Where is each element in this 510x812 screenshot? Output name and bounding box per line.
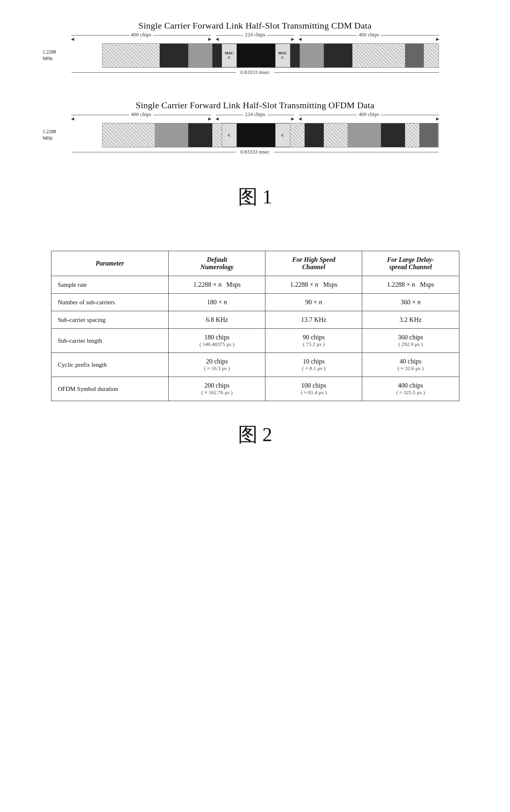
val-spacing-highspeed: 13.7 KHz bbox=[265, 311, 362, 329]
diagram1-title: Single Carrier Forward Link Half-Slot Tr… bbox=[71, 20, 439, 31]
t-right-2 bbox=[274, 152, 439, 152]
param-spacing: Sub-carrier spacing bbox=[51, 311, 169, 329]
val-length-highspeed-sub: ( 73.2 μs ) bbox=[272, 341, 355, 348]
seg-dark-1c bbox=[290, 44, 300, 67]
table-row-samplerate: Sample rate 1.2288 × n Msps 1.2288 × n M… bbox=[51, 276, 459, 294]
fig1-caption: 图 1 bbox=[238, 184, 272, 210]
val-length-default-sub: ( 146.48375 μs ) bbox=[175, 341, 258, 348]
seg-mid-2a bbox=[419, 123, 439, 147]
t-label-2: 0.83333 msec bbox=[236, 149, 274, 155]
ruler-224b: 224 chips bbox=[216, 115, 294, 122]
param-samplerate: Sample rate bbox=[51, 276, 169, 294]
seg-hatch-2b bbox=[212, 123, 222, 147]
seg-mac-1b: MACC bbox=[275, 44, 290, 67]
seg-gray-1b bbox=[300, 44, 324, 67]
ruler-400d: 400 chips bbox=[299, 115, 439, 122]
seg-mac-2b: C bbox=[275, 123, 290, 147]
val-length-highspeed: 90 chips ( 73.2 μs ) bbox=[265, 329, 362, 353]
val-ofdm-largedelay: 400 chips ( ≈ 325.5 μs ) bbox=[362, 377, 459, 401]
signal-bar-2: C C bbox=[102, 123, 439, 147]
seg-mac-2a: C bbox=[222, 123, 237, 147]
mhz-label-2: 1.2288MHz bbox=[43, 129, 56, 141]
val-ofdm-highspeed-sub: ( ≈ 81.4 μs ) bbox=[272, 389, 355, 396]
col-header-largedelay: For Large Delay-spread Channel bbox=[362, 251, 459, 276]
val-samplerate-default: 1.2288 × n Msps bbox=[169, 276, 265, 294]
t-right-1 bbox=[274, 72, 439, 73]
chips-ruler-2: 400 chips 224 chips 400 chips bbox=[71, 115, 439, 122]
t-left-1 bbox=[71, 72, 236, 73]
signal-wrapper-1: 1.2288MHz MACC MACC bbox=[71, 43, 439, 68]
signal-wrapper-2: 1.2288MHz C C bbox=[71, 123, 439, 147]
seg-dark-1d bbox=[324, 44, 352, 67]
val-length-default: 180 chips ( 146.48375 μs ) bbox=[169, 329, 265, 353]
table-row-subcarriers: Number of sub-carriers 180 × n 90 × n 36… bbox=[51, 294, 459, 311]
col-header-default: DefaultNumerology bbox=[169, 251, 265, 276]
fig2-caption: 图 2 bbox=[238, 422, 272, 448]
val-cyclic-default-sub: ( ≈ 16.3 μs ) bbox=[175, 365, 258, 372]
param-ofdm: OFDM Symbol duration bbox=[51, 377, 169, 401]
seg-mac-1a: MACC bbox=[222, 44, 237, 67]
val-samplerate-highspeed: 1.2288 × n Msps bbox=[265, 276, 362, 294]
t-label-1: 0.83333 msec bbox=[236, 69, 274, 76]
table-row-cyclic: Cyclic prefix length 20 chips ( ≈ 16.3 μ… bbox=[51, 353, 459, 377]
seg-hatch-2e bbox=[405, 123, 419, 147]
val-cyclic-default: 20 chips ( ≈ 16.3 μs ) bbox=[169, 353, 265, 377]
diagram2-title: Single Carrier Forward Link Half-Slot Tr… bbox=[71, 100, 439, 111]
val-subcarriers-largedelay: 360 × n bbox=[362, 294, 459, 311]
val-ofdm-default-sub: ( ≈ 162.76 μs ) bbox=[175, 389, 258, 396]
val-subcarriers-highspeed: 90 × n bbox=[265, 294, 362, 311]
table-row-spacing: Sub-carrier spacing 6.8 KHz 13.7 KHz 3.2… bbox=[51, 311, 459, 329]
diagram2-container: Single Carrier Forward Link Half-Slot Tr… bbox=[71, 100, 439, 155]
col-header-param: Parameter bbox=[51, 251, 169, 276]
val-cyclic-highspeed: 10 chips ( ≈ 8.1 μs ) bbox=[265, 353, 362, 377]
seg-hatch-1c bbox=[424, 44, 438, 67]
ruler-224a: 224 chips bbox=[216, 35, 294, 42]
table-section: Parameter DefaultNumerology For High Spe… bbox=[24, 251, 486, 456]
seg-gray-1a bbox=[188, 44, 212, 67]
mhz-label-1: 1.2288MHz bbox=[43, 49, 56, 62]
val-spacing-largedelay: 3.2 KHz bbox=[362, 311, 459, 329]
seg-dark-2c bbox=[381, 123, 405, 147]
seg-hatch-1a bbox=[102, 44, 160, 67]
param-subcarriers: Number of sub-carriers bbox=[51, 294, 169, 311]
table-row-length: Sub-carrier length 180 chips ( 146.48375… bbox=[51, 329, 459, 353]
col-header-highspeed: For High SpeedChannel bbox=[265, 251, 362, 276]
diagram1-container: Single Carrier Forward Link Half-Slot Tr… bbox=[71, 20, 439, 76]
seg-black-2a bbox=[237, 123, 275, 147]
seg-mid-1a bbox=[405, 44, 424, 67]
seg-hatch-2d bbox=[324, 123, 348, 147]
seg-gray-2a bbox=[155, 123, 188, 147]
seg-dark-2b bbox=[305, 123, 324, 147]
param-length: Sub-carrier length bbox=[51, 329, 169, 353]
val-cyclic-highspeed-sub: ( ≈ 8.1 μs ) bbox=[272, 365, 355, 372]
seg-dark-1a bbox=[160, 44, 188, 67]
val-length-largedelay: 360 chips ( 292.9 μs ) bbox=[362, 329, 459, 353]
seg-hatch-2c bbox=[290, 123, 305, 147]
val-samplerate-largedelay: 1.2288 × n Msps bbox=[362, 276, 459, 294]
val-ofdm-largedelay-sub: ( ≈ 325.5 μs ) bbox=[369, 389, 452, 396]
chips-ruler-1: 400 chips 224 chips 400 chips bbox=[71, 35, 439, 42]
table-header-row: Parameter DefaultNumerology For High Spe… bbox=[51, 251, 459, 276]
val-subcarriers-default: 180 × n bbox=[169, 294, 265, 311]
val-ofdm-default: 200 chips ( ≈ 162.76 μs ) bbox=[169, 377, 265, 401]
val-spacing-default: 6.8 KHz bbox=[169, 311, 265, 329]
seg-hatch-1b bbox=[352, 44, 405, 67]
seg-gray-2b bbox=[347, 123, 381, 147]
param-cyclic: Cyclic prefix length bbox=[51, 353, 169, 377]
seg-black-1a bbox=[237, 44, 275, 67]
params-table: Parameter DefaultNumerology For High Spe… bbox=[51, 251, 459, 401]
val-cyclic-largedelay-sub: ( ≈ 32.6 μs ) bbox=[369, 365, 452, 372]
t-left-2 bbox=[71, 152, 236, 152]
time-ruler-1: 0.83333 msec bbox=[71, 69, 439, 76]
signal-bar-1: MACC MACC bbox=[102, 43, 439, 68]
ruler-400b: 400 chips bbox=[299, 35, 439, 42]
seg-hatch-2a bbox=[102, 123, 155, 147]
val-cyclic-largedelay: 40 chips ( ≈ 32.6 μs ) bbox=[362, 353, 459, 377]
val-ofdm-highspeed: 100 chips ( ≈ 81.4 μs ) bbox=[265, 377, 362, 401]
figure1-section: Single Carrier Forward Link Half-Slot Tr… bbox=[24, 20, 486, 218]
ruler-400c: 400 chips bbox=[71, 115, 211, 122]
seg-dark-1b bbox=[212, 44, 222, 67]
val-length-largedelay-sub: ( 292.9 μs ) bbox=[369, 341, 452, 348]
table-row-ofdm: OFDM Symbol duration 200 chips ( ≈ 162.7… bbox=[51, 377, 459, 401]
ruler-400a: 400 chips bbox=[71, 35, 211, 42]
